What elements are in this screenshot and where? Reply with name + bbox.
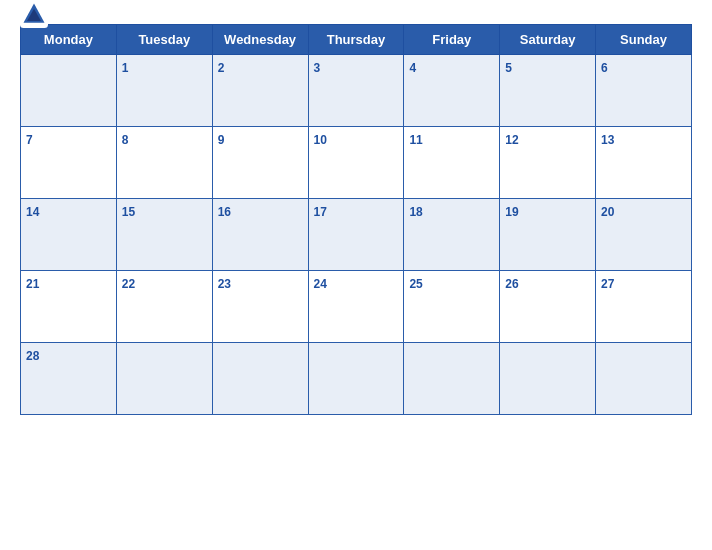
day-number: 27 xyxy=(601,277,614,291)
day-number: 4 xyxy=(409,61,416,75)
calendar-cell: 25 xyxy=(404,271,500,343)
calendar-cell: 17 xyxy=(308,199,404,271)
calendar-cell: 26 xyxy=(500,271,596,343)
day-number: 1 xyxy=(122,61,129,75)
day-number: 18 xyxy=(409,205,422,219)
calendar-cell: 8 xyxy=(116,127,212,199)
calendar-week-4: 21222324252627 xyxy=(21,271,692,343)
day-number: 8 xyxy=(122,133,129,147)
calendar-cell: 10 xyxy=(308,127,404,199)
calendar-cell: 2 xyxy=(212,55,308,127)
day-number: 17 xyxy=(314,205,327,219)
calendar-cell: 1 xyxy=(116,55,212,127)
day-number: 9 xyxy=(218,133,225,147)
day-number: 12 xyxy=(505,133,518,147)
calendar-week-3: 14151617181920 xyxy=(21,199,692,271)
day-number: 2 xyxy=(218,61,225,75)
calendar-cell: 23 xyxy=(212,271,308,343)
day-number: 20 xyxy=(601,205,614,219)
calendar-cell xyxy=(308,343,404,415)
calendar-cell: 19 xyxy=(500,199,596,271)
calendar-cell: 14 xyxy=(21,199,117,271)
calendar-cell: 4 xyxy=(404,55,500,127)
day-number: 21 xyxy=(26,277,39,291)
weekday-header-saturday: Saturday xyxy=(500,25,596,55)
day-number: 7 xyxy=(26,133,33,147)
calendar-cell: 13 xyxy=(596,127,692,199)
calendar-cell: 16 xyxy=(212,199,308,271)
day-number: 24 xyxy=(314,277,327,291)
calendar-cell: 27 xyxy=(596,271,692,343)
calendar-cell: 28 xyxy=(21,343,117,415)
calendar-cell: 21 xyxy=(21,271,117,343)
calendar-cell: 20 xyxy=(596,199,692,271)
day-number: 3 xyxy=(314,61,321,75)
day-number: 6 xyxy=(601,61,608,75)
day-number: 19 xyxy=(505,205,518,219)
calendar-cell xyxy=(212,343,308,415)
calendar-table: MondayTuesdayWednesdayThursdayFridaySatu… xyxy=(20,24,692,415)
day-number: 15 xyxy=(122,205,135,219)
day-number: 26 xyxy=(505,277,518,291)
weekday-header-tuesday: Tuesday xyxy=(116,25,212,55)
calendar-cell: 15 xyxy=(116,199,212,271)
calendar-cell: 24 xyxy=(308,271,404,343)
day-number: 5 xyxy=(505,61,512,75)
calendar-cell xyxy=(596,343,692,415)
calendar-cell: 9 xyxy=(212,127,308,199)
day-number: 13 xyxy=(601,133,614,147)
calendar-cell xyxy=(500,343,596,415)
calendar-cell: 18 xyxy=(404,199,500,271)
calendar-cell: 6 xyxy=(596,55,692,127)
calendar-cell xyxy=(404,343,500,415)
calendar-week-1: 123456 xyxy=(21,55,692,127)
day-number: 11 xyxy=(409,133,422,147)
calendar-header xyxy=(20,10,692,18)
calendar-cell xyxy=(116,343,212,415)
day-number: 28 xyxy=(26,349,39,363)
day-number: 23 xyxy=(218,277,231,291)
weekday-header-sunday: Sunday xyxy=(596,25,692,55)
weekday-header-row: MondayTuesdayWednesdayThursdayFridaySatu… xyxy=(21,25,692,55)
day-number: 10 xyxy=(314,133,327,147)
weekday-header-wednesday: Wednesday xyxy=(212,25,308,55)
day-number: 22 xyxy=(122,277,135,291)
calendar-week-5: 28 xyxy=(21,343,692,415)
logo-icon xyxy=(20,0,48,28)
calendar-cell: 5 xyxy=(500,55,596,127)
weekday-header-thursday: Thursday xyxy=(308,25,404,55)
calendar-cell: 3 xyxy=(308,55,404,127)
logo xyxy=(20,0,52,28)
calendar-cell: 11 xyxy=(404,127,500,199)
day-number: 16 xyxy=(218,205,231,219)
calendar-week-2: 78910111213 xyxy=(21,127,692,199)
weekday-header-friday: Friday xyxy=(404,25,500,55)
weekday-header-monday: Monday xyxy=(21,25,117,55)
calendar-cell: 7 xyxy=(21,127,117,199)
calendar-cell: 12 xyxy=(500,127,596,199)
calendar-body: 1234567891011121314151617181920212223242… xyxy=(21,55,692,415)
day-number: 25 xyxy=(409,277,422,291)
day-number: 14 xyxy=(26,205,39,219)
calendar-cell xyxy=(21,55,117,127)
calendar-cell: 22 xyxy=(116,271,212,343)
